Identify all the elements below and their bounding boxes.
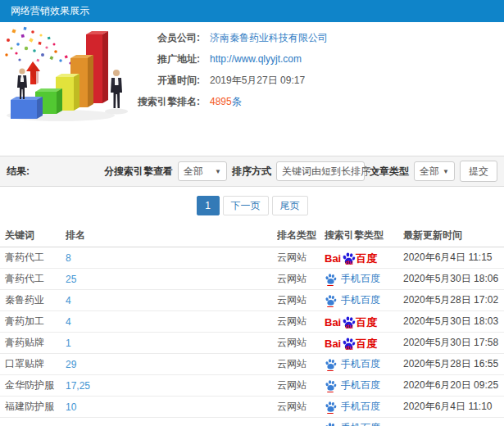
filter-bar: 结果: 分搜索引擎查看 全部 ▼ 排序方式 关键词由短到长排序 ▼ 文章类型 全… [0,156,504,187]
update-time-cell: 2020年5月30日 17:58 [403,336,504,350]
table-row: 福建防护服 10 云网站 手机百度 2020年6月4日 11:10 [0,397,504,418]
member-company-label: 会员公司: [131,31,200,45]
baidu-logo-bai-text: Bai [325,252,341,265]
update-time-cell: 2020年5月30日 18:03 [403,315,504,329]
baidu-paw-icon: du [342,252,356,265]
engine-cell: 手机百度 [325,400,403,414]
engine-cell: 手机百度 [325,357,403,371]
rank-link[interactable]: 25 [66,274,277,285]
header-engine-type: 搜索引擎类型 [325,229,403,242]
up-arrow [26,61,40,84]
engine-filter-value: 全部 [184,165,203,179]
engine-cell: 手机百度 [325,293,403,307]
mobile-baidu-paw-icon [325,273,337,285]
keyword-cell: 膏药贴牌 [0,336,66,350]
baidu-logo-du-text: du [345,323,353,329]
page-button-next[interactable]: 下一页 [223,196,269,215]
businessman-left [17,68,27,99]
info-section: 会员公司: 济南秦鲁药业科技有限公司 推广地址: http://www.qlyy… [0,22,504,156]
open-time-label: 开通时间: [131,74,200,88]
submit-button[interactable]: 提交 [460,161,497,182]
baidu-logo: Bai du 百度 [325,336,377,351]
rank-type-cell: 云网站 [277,251,325,265]
page-button-last[interactable]: 尾页 [272,196,308,215]
engine-cell: 手机百度 [325,272,403,286]
businessman-right [111,70,122,108]
open-time-value: 2019年5月27日 09:17 [210,74,305,88]
mobile-baidu-label: 手机百度 [341,357,380,371]
mobile-baidu-logo: 手机百度 [325,293,380,307]
rank-link[interactable]: 17,25 [66,380,277,392]
baidu-logo: Bai du 百度 [325,251,377,265]
update-time-cell: 2020年5月28日 16:55 [403,357,504,371]
baidu-logo-bai-text: Bai [325,338,341,351]
keyword-cell: 膏药代工 [0,272,66,286]
table-row: 金华防护服 17,25 云网站 手机百度 2020年6月20日 0 [0,375,504,397]
engine-cell: Bai du 百度 [325,315,403,329]
sort-filter-select[interactable]: 关键词由短到长排序 ▼ [276,161,365,181]
rank-link[interactable]: 4 [66,316,277,328]
baidu-logo-cn-text: 百度 [356,338,377,351]
baidu-paw-icon: du [342,315,356,329]
sort-filter-value: 关键词由短到长排序 [282,165,370,179]
table-row: 膏药加工 4 云网站 Bai du 百度 2020年 [0,311,504,333]
rank-type-cell: 云网站 [277,378,325,392]
rank-link[interactable]: 1 [66,338,277,349]
growth-chart-illustration [2,24,141,153]
mobile-baidu-label: 手机百度 [341,400,380,414]
baidu-logo-du-text: du [345,344,353,351]
info-rows: 会员公司: 济南秦鲁药业科技有限公司 推广地址: http://www.qlyy… [131,27,328,112]
baidu-logo-bai-text: Bai [325,316,341,329]
baidu-logo-cn-text: 百度 [356,316,377,329]
member-company-link[interactable]: 济南秦鲁药业科技有限公司 [210,31,328,45]
engine-filter-select[interactable]: 全部 ▼ [178,161,227,181]
open-time-row: 开通时间: 2019年5月27日 09:17 [131,70,328,91]
mobile-baidu-underline [327,392,334,392]
rank-type-cell: 云网站 [277,336,325,350]
engine-cell: 手机百度 [325,421,403,426]
mobile-baidu-paw-icon [325,401,337,413]
mobile-baidu-paw-icon [325,379,337,392]
mobile-baidu-logo: 手机百度 [325,421,380,426]
engine-filter-label: 分搜索引擎查看 [104,165,173,179]
mobile-baidu-label: 手机百度 [341,272,380,286]
header-rank-type: 排名类型 [277,229,325,242]
member-company-row: 会员公司: 济南秦鲁药业科技有限公司 [131,27,328,48]
table-row: 膏药代工 8 云网站 Bai du 百度 2020年 [0,247,504,269]
rank-link[interactable]: 10 [66,401,277,413]
filter-controls: 分搜索引擎查看 全部 ▼ 排序方式 关键词由短到长排序 ▼ 文章类型 全部 ▼ … [104,161,497,182]
rank-type-cell: 云网站 [277,293,325,307]
mobile-baidu-label: 手机百度 [341,378,380,392]
article-type-select[interactable]: 全部 ▼ [414,161,455,181]
promo-url-label: 推广地址: [131,52,200,66]
pagination: 1 下一页 尾页 [0,196,504,215]
update-time-cell: 2020年5月30日 18:06 [403,272,504,286]
confetti-dots [5,27,76,69]
ranking-count-suffix: 条 [232,96,242,107]
promo-url-link[interactable]: http://www.qlyyjt.com [210,53,302,65]
mobile-baidu-logo: 手机百度 [325,357,380,371]
page-button-current[interactable]: 1 [197,196,220,215]
update-time-cell: 2020年6月4日 11:10 [403,400,504,414]
ranking-count-row: 搜索引擎排名: 4895条 [131,91,328,112]
rank-link[interactable]: 8 [66,252,277,264]
table-row: 膏药代工 25 云网站 手机百度 2020年5月30日 18:06 [0,269,504,290]
engine-cell: Bai du 百度 [325,251,403,265]
window-titlebar: 网络营销效果展示 [0,0,504,22]
rank-link[interactable]: 29 [66,359,277,370]
table-row: 手机百度 [0,418,504,426]
chevron-down-icon: ▼ [443,168,449,175]
rank-type-cell: 云网站 [277,357,325,371]
keyword-cell: 膏药加工 [0,315,66,329]
bar-blue [11,97,43,119]
update-time-cell: 2020年5月28日 17:02 [403,293,504,307]
sort-filter-label: 排序方式 [232,165,271,179]
ranking-count-number: 4895 [210,96,232,107]
mobile-baidu-label: 手机百度 [341,421,380,426]
article-type-value: 全部 [420,165,439,179]
rank-link[interactable]: 4 [66,295,277,306]
header-keyword: 关键词 [0,229,66,242]
keyword-cell: 秦鲁药业 [0,293,66,307]
mobile-baidu-underline [327,306,334,307]
page-title: 网络营销效果展示 [11,5,89,16]
